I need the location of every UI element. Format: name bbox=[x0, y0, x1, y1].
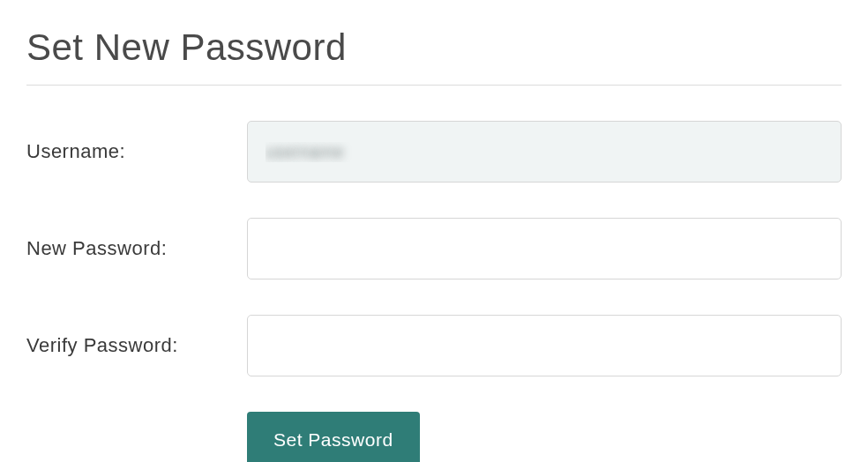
set-password-button[interactable]: Set Password bbox=[247, 412, 420, 462]
form-actions: Set Password bbox=[247, 412, 842, 462]
verify-password-label: Verify Password: bbox=[26, 334, 247, 357]
verify-password-input[interactable] bbox=[247, 315, 842, 376]
page-title: Set New Password bbox=[26, 26, 842, 86]
username-label: Username: bbox=[26, 140, 247, 163]
new-password-label: New Password: bbox=[26, 237, 247, 260]
username-row: Username: bbox=[26, 121, 842, 183]
new-password-row: New Password: bbox=[26, 218, 842, 279]
verify-password-row: Verify Password: bbox=[26, 315, 842, 376]
username-input bbox=[247, 121, 842, 183]
new-password-input[interactable] bbox=[247, 218, 842, 279]
